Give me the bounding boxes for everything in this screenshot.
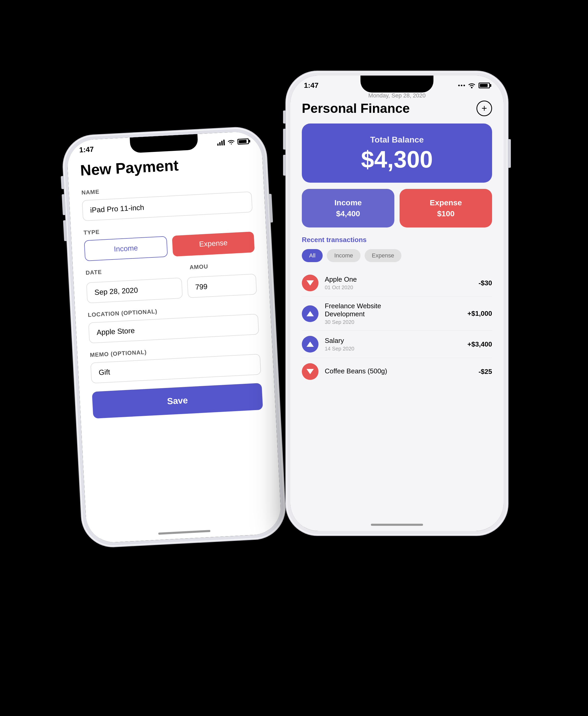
status-icons-back xyxy=(217,138,249,146)
svg-rect-0 xyxy=(217,144,218,146)
expense-amount: $100 xyxy=(407,209,485,218)
transaction-item: Apple One 01 Oct 2020 -$30 xyxy=(302,269,492,297)
tx-info: Freelance WebsiteDevelopment 30 Sep 2020 xyxy=(325,302,467,325)
status-time-back: 1:47 xyxy=(79,145,94,154)
tx-date: 14 Sep 2020 xyxy=(325,346,467,352)
svg-point-7 xyxy=(471,87,472,88)
svg-rect-3 xyxy=(223,140,225,145)
add-transaction-button[interactable]: + xyxy=(477,101,492,116)
power-button-front xyxy=(508,139,511,168)
phone-back-screen: 1:47 xyxy=(66,131,282,543)
tx-name: Salary xyxy=(325,337,467,345)
tx-info: Salary 14 Sep 2020 xyxy=(325,337,467,352)
tx-amount: -$25 xyxy=(479,368,492,376)
transaction-item: Freelance WebsiteDevelopment 30 Sep 2020… xyxy=(302,297,492,331)
phone-front: 1:47 xyxy=(286,71,508,535)
header-row: Personal Finance + xyxy=(302,101,492,116)
expense-icon xyxy=(302,363,318,380)
tx-info: Coffee Beans (500g) xyxy=(325,367,479,376)
total-balance-label: Total Balance xyxy=(314,135,480,145)
tx-name: Freelance WebsiteDevelopment xyxy=(325,302,467,318)
income-type-button[interactable]: Income xyxy=(84,236,168,261)
income-icon xyxy=(302,305,318,322)
battery-icon xyxy=(237,138,249,145)
transaction-item: Salary 14 Sep 2020 +$3,400 xyxy=(302,331,492,358)
location-input[interactable]: Apple Store xyxy=(88,314,259,343)
wifi-icon xyxy=(227,139,236,145)
transaction-item: Coffee Beans (500g) -$25 xyxy=(302,358,492,385)
tx-amount: -$30 xyxy=(479,279,492,287)
scene: 1:47 xyxy=(59,45,529,671)
svg-point-5 xyxy=(461,85,462,86)
filter-income-button[interactable]: Income xyxy=(327,249,360,262)
tx-date: 30 Sep 2020 xyxy=(325,319,467,325)
income-card: Income $4,400 xyxy=(302,189,394,227)
expense-icon xyxy=(302,275,318,291)
mute-button-front xyxy=(283,110,286,124)
amount-label: AMOU xyxy=(189,261,256,271)
arrow-up-icon xyxy=(307,342,314,347)
mute-button xyxy=(61,176,65,189)
tx-name: Coffee Beans (500g) xyxy=(325,367,479,375)
dashboard-content: Monday, Sep 28, 2020 Personal Finance + … xyxy=(290,92,504,527)
tx-amount: +$3,400 xyxy=(467,340,492,348)
memo-input[interactable]: Gift xyxy=(90,354,261,384)
income-label: Income xyxy=(309,198,387,207)
svg-rect-1 xyxy=(219,142,221,146)
amount-input[interactable]: 799 xyxy=(187,274,257,298)
svg-point-6 xyxy=(463,85,465,86)
volume-down-button xyxy=(63,220,67,241)
filter-row: All Income Expense xyxy=(302,249,492,262)
volume-down-button-front xyxy=(283,155,286,176)
dots-icon xyxy=(458,83,465,88)
name-input[interactable]: iPad Pro 11-inch xyxy=(82,192,253,221)
total-balance-amount: $4,300 xyxy=(314,148,480,171)
page-title: Personal Finance xyxy=(302,101,410,116)
notch-front xyxy=(360,75,434,92)
date-input[interactable]: Sep 28, 2020 xyxy=(86,278,183,303)
header-date: Monday, Sep 28, 2020 xyxy=(302,92,492,99)
expense-card: Expense $100 xyxy=(400,189,492,227)
form-content: New Payment NAME iPad Pro 11-inch TYPE I… xyxy=(67,147,282,539)
income-amount: $4,400 xyxy=(309,209,387,218)
tx-name: Apple One xyxy=(325,276,479,283)
stats-row: Income $4,400 Expense $100 xyxy=(302,189,492,227)
tx-amount: +$1,000 xyxy=(467,309,492,318)
phone-back: 1:47 xyxy=(62,126,287,548)
phone-front-inner: 1:47 xyxy=(290,75,504,531)
svg-rect-2 xyxy=(221,141,223,145)
tx-date: 01 Oct 2020 xyxy=(325,284,479,290)
section-title: Recent transactions xyxy=(302,236,492,244)
power-button xyxy=(269,194,273,222)
filter-all-button[interactable]: All xyxy=(302,249,323,262)
svg-point-4 xyxy=(458,85,460,86)
phone-back-inner: 1:47 xyxy=(66,131,282,543)
arrow-down-icon xyxy=(307,369,314,374)
volume-up-button xyxy=(62,194,66,215)
filter-expense-button[interactable]: Expense xyxy=(365,249,402,262)
expense-label: Expense xyxy=(407,198,485,207)
status-time-front: 1:47 xyxy=(304,81,318,90)
save-button[interactable]: Save xyxy=(92,383,263,419)
home-indicator-front xyxy=(371,524,423,526)
wifi-icon-front xyxy=(467,83,476,88)
expense-type-button[interactable]: Expense xyxy=(172,231,255,256)
income-icon xyxy=(302,336,318,352)
total-balance-card: Total Balance $4,300 xyxy=(302,124,492,183)
battery-icon-front xyxy=(479,83,490,88)
type-row: Income Expense xyxy=(84,231,255,261)
phone-front-screen: 1:47 xyxy=(290,75,504,531)
tx-info: Apple One 01 Oct 2020 xyxy=(325,276,479,290)
status-icons-front xyxy=(458,83,490,88)
signal-icon xyxy=(217,140,225,146)
arrow-down-icon xyxy=(307,280,314,286)
arrow-up-icon xyxy=(307,311,314,316)
volume-up-button-front xyxy=(283,129,286,150)
date-label: DATE xyxy=(85,264,185,277)
